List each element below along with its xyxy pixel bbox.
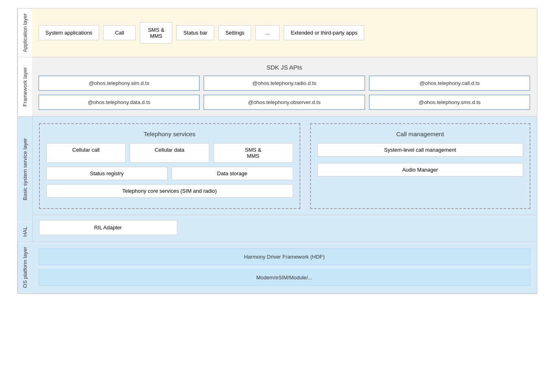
basic-hal-combined-row: Basic system service layer HAL Telephony… — [17, 117, 537, 242]
sms-mms-service-box: SMS &MMS — [213, 143, 293, 163]
system-call-management-box: System-level call management — [317, 143, 523, 157]
telephony-core-box: Telephony core services (SIM and radio) — [46, 184, 293, 198]
call-management-title: Call management — [317, 131, 523, 137]
app-ellipsis: ... — [255, 25, 280, 40]
telephony-services-title: Telephony services — [46, 131, 293, 137]
basic-system-label: Basic system service layer — [17, 117, 32, 222]
framework-sim: @ohos.telephony.sim.d.ts — [39, 76, 200, 91]
sdk-title: SDK JS APIs — [39, 64, 530, 71]
hdf-box: Harmony Driver Framework (HDF) — [39, 248, 530, 265]
framework-observer: @ohos.telephony.observer.d.ts — [204, 95, 365, 110]
os-platform-layer-label: OS platform layer — [17, 242, 32, 293]
status-registry-box: Status registry — [46, 167, 168, 180]
modem-box: Modem/eSIM/Module/... — [39, 269, 530, 286]
ril-adapter-box: RIL Adapter — [39, 220, 177, 235]
basic-hal-content: Telephony services Cellular call Cellula… — [33, 117, 537, 242]
basic-hal-labels: Basic system service layer HAL — [17, 117, 33, 242]
data-storage-box: Data storage — [172, 167, 293, 180]
call-management-box: Call management System-level call manage… — [310, 123, 530, 209]
call-mgmt-row1: System-level call management — [317, 143, 523, 157]
app-extended: Extended or third-party apps — [284, 25, 364, 40]
framework-layer-content: SDK JS APIs @ohos.telephony.sim.d.ts @oh… — [32, 57, 537, 116]
call-mgmt-row2: Audio Manager — [317, 163, 523, 176]
os-platform-layer-row: OS platform layer Harmony Driver Framewo… — [17, 242, 537, 293]
framework-layer-row: Framework layer SDK JS APIs @ohos.teleph… — [17, 57, 537, 117]
telephony-row1: Cellular call Cellular data SMS &MMS — [46, 143, 293, 163]
os-platform-content: Harmony Driver Framework (HDF) Modem/eSI… — [32, 242, 537, 293]
framework-sms: @ohos.telephony.sms.d.ts — [369, 95, 530, 110]
framework-grid: @ohos.telephony.sim.d.ts @ohos.telephony… — [39, 76, 530, 110]
telephony-row3: Telephony core services (SIM and radio) — [46, 184, 293, 198]
framework-radio: @ohos.telephony.radio.d.ts — [204, 76, 365, 91]
cellular-call-box: Cellular call — [46, 143, 126, 163]
application-layer-row: Application layer System applications Ca… — [17, 9, 537, 57]
telephony-row2: Status registry Data storage — [46, 167, 293, 180]
telephony-services-box: Telephony services Cellular call Cellula… — [39, 123, 300, 209]
app-system-applications: System applications — [39, 25, 100, 40]
framework-data: @ohos.telephony.data.d.ts — [39, 95, 200, 110]
framework-layer-label: Framework layer — [17, 57, 32, 116]
app-call: Call — [103, 25, 136, 40]
app-status-bar: Status bar — [176, 25, 214, 40]
application-layer-label: Application layer — [17, 9, 32, 57]
application-layer-content: System applications Call SMS &MMS Status… — [32, 9, 537, 57]
framework-call: @ohos.telephony.call.d.ts — [369, 76, 530, 91]
basic-service-content: Telephony services Cellular call Cellula… — [33, 117, 537, 209]
hal-content: RIL Adapter — [33, 215, 537, 242]
audio-manager-box: Audio Manager — [317, 163, 523, 176]
app-settings: Settings — [218, 25, 251, 40]
hal-label: HAL — [17, 222, 32, 242]
architecture-diagram: Application layer System applications Ca… — [17, 8, 537, 294]
cellular-data-box: Cellular data — [130, 143, 209, 163]
app-sms-mms: SMS &MMS — [140, 22, 172, 44]
basic-inner: Telephony services Cellular call Cellula… — [39, 123, 530, 209]
